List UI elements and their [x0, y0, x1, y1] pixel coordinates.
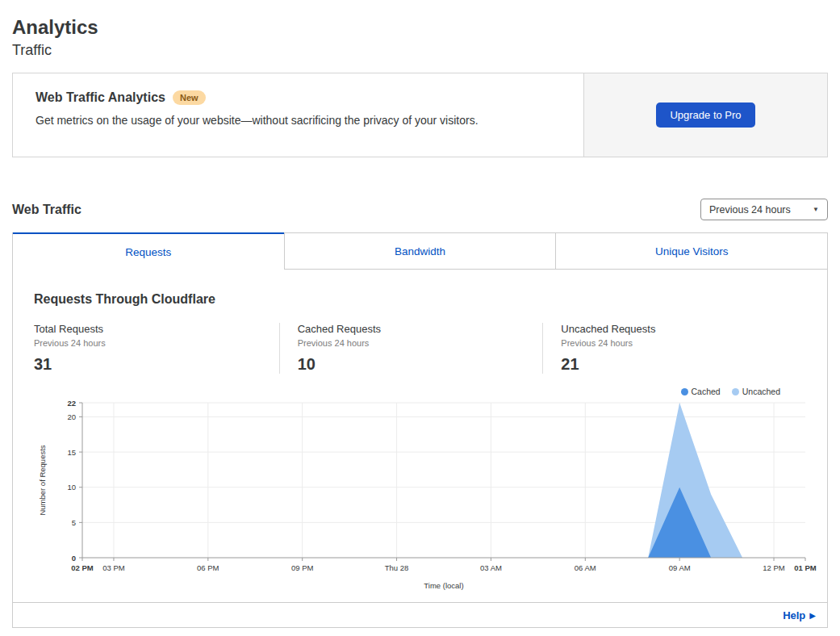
- stat-label: Total Requests: [34, 323, 279, 335]
- stat-value: 21: [561, 355, 806, 374]
- help-link[interactable]: Help ▶: [783, 609, 816, 621]
- svg-text:01 PM: 01 PM: [794, 563, 817, 572]
- svg-text:20: 20: [67, 412, 76, 421]
- svg-text:12 PM: 12 PM: [763, 563, 785, 572]
- tab-bar: Requests Bandwidth Unique Visitors: [13, 232, 827, 270]
- svg-text:Number of Requests: Number of Requests: [38, 445, 47, 515]
- banner-title: Web Traffic Analytics: [36, 90, 165, 105]
- svg-text:15: 15: [67, 448, 76, 457]
- svg-text:09 PM: 09 PM: [291, 563, 314, 572]
- legend-item-cached: Cached: [681, 387, 721, 396]
- time-range-dropdown[interactable]: Previous 24 hours ▼: [700, 199, 828, 220]
- stat-value: 31: [34, 355, 279, 374]
- time-range-value: Previous 24 hours: [709, 204, 791, 215]
- help-label: Help: [783, 609, 805, 621]
- svg-text:03 PM: 03 PM: [102, 563, 125, 572]
- page-title: Analytics: [12, 16, 828, 39]
- banner-cta-panel: Upgrade to Pro: [583, 73, 827, 157]
- card-footer: Help ▶: [13, 602, 827, 627]
- panel-title: Requests Through Cloudflare: [34, 292, 806, 307]
- legend-item-uncached: Uncached: [732, 387, 780, 396]
- cached-legend-label: Cached: [692, 387, 721, 396]
- svg-text:22: 22: [67, 399, 76, 408]
- web-traffic-card: Requests Bandwidth Unique Visitors Reque…: [12, 232, 828, 628]
- help-arrow-icon: ▶: [809, 611, 816, 620]
- tab-unique-visitors[interactable]: Unique Visitors: [555, 232, 827, 270]
- uncached-legend-dot-icon: [732, 388, 739, 395]
- upgrade-to-pro-button[interactable]: Upgrade to Pro: [656, 103, 754, 128]
- chart-legend: Cached Uncached: [34, 387, 780, 396]
- stats-row: Total Requests Previous 24 hours 31 Cach…: [34, 323, 806, 374]
- cached-legend-dot-icon: [681, 388, 688, 395]
- web-traffic-header: Web Traffic Previous 24 hours ▼: [12, 199, 828, 220]
- stat-value: 10: [298, 355, 543, 374]
- stat-cached-requests: Cached Requests Previous 24 hours 10: [279, 323, 543, 374]
- requests-panel: Requests Through Cloudflare Total Reques…: [13, 270, 827, 596]
- svg-text:06 PM: 06 PM: [197, 563, 219, 572]
- stat-period: Previous 24 hours: [34, 338, 279, 348]
- analytics-page: Analytics Traffic Web Traffic Analytics …: [0, 0, 840, 628]
- stat-total-requests: Total Requests Previous 24 hours 31: [34, 323, 279, 374]
- banner-content: Web Traffic Analytics New Get metrics on…: [13, 73, 583, 157]
- tab-bandwidth[interactable]: Bandwidth: [284, 232, 556, 270]
- banner-title-row: Web Traffic Analytics New: [36, 90, 561, 105]
- requests-chart-svg: 051015202202 PM03 PM06 PM09 PMThu 2803 A…: [34, 396, 828, 593]
- stat-label: Cached Requests: [298, 323, 543, 335]
- upgrade-banner: Web Traffic Analytics New Get metrics on…: [12, 73, 828, 157]
- page-subtitle: Traffic: [12, 42, 828, 59]
- svg-text:Time (local): Time (local): [424, 581, 463, 590]
- svg-text:06 AM: 06 AM: [575, 563, 596, 572]
- stat-label: Uncached Requests: [561, 323, 806, 335]
- stat-uncached-requests: Uncached Requests Previous 24 hours 21: [542, 323, 806, 374]
- new-badge: New: [173, 90, 206, 105]
- stat-period: Previous 24 hours: [298, 338, 543, 348]
- svg-text:0: 0: [72, 554, 76, 563]
- svg-text:5: 5: [72, 518, 76, 527]
- section-title: Web Traffic: [12, 203, 81, 217]
- svg-text:09 AM: 09 AM: [669, 563, 691, 572]
- svg-text:Thu 28: Thu 28: [385, 563, 409, 572]
- requests-chart: 051015202202 PM03 PM06 PM09 PMThu 2803 A…: [34, 396, 806, 596]
- tab-requests[interactable]: Requests: [13, 232, 284, 270]
- chevron-down-icon: ▼: [813, 206, 819, 213]
- banner-description: Get metrics on the usage of your website…: [36, 114, 561, 127]
- svg-text:02 PM: 02 PM: [71, 563, 94, 572]
- uncached-legend-label: Uncached: [742, 387, 780, 396]
- svg-text:03 AM: 03 AM: [480, 563, 502, 572]
- stat-period: Previous 24 hours: [561, 338, 806, 348]
- svg-text:10: 10: [67, 483, 76, 492]
